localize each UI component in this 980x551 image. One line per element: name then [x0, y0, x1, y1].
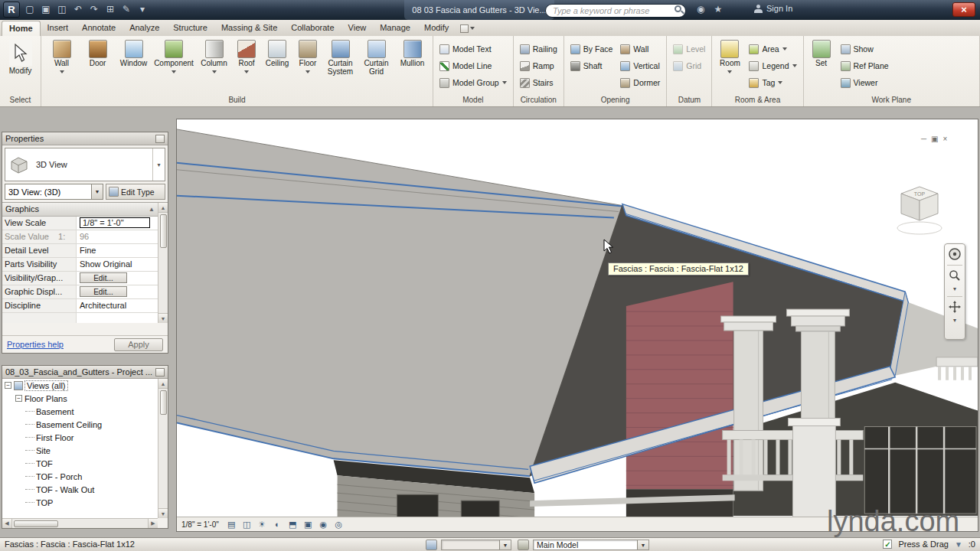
press-drag-checkbox[interactable]: ✓	[883, 540, 892, 549]
railing-button[interactable]: Railing	[516, 41, 561, 57]
tree-node-basement-ceiling[interactable]: Basement Ceiling	[2, 418, 158, 431]
tree-node-tof-porch[interactable]: TOF - Porch	[2, 470, 158, 483]
search-icon[interactable]	[675, 5, 681, 12]
tab-manage[interactable]: Manage	[373, 21, 417, 36]
section-collapse-icon[interactable]: ▲	[149, 203, 155, 216]
detail-level-value[interactable]: Fine	[77, 244, 158, 257]
newel-post[interactable]	[788, 419, 840, 520]
panel-label-circulation[interactable]: Circulation	[514, 95, 564, 106]
show-work-plane-button[interactable]: Show	[837, 41, 893, 57]
scale-button[interactable]: 1/8" = 1'-0"	[181, 520, 219, 529]
tree-node-views[interactable]: − Views (all)	[2, 379, 158, 392]
scroll-up-icon[interactable]: ▲	[158, 379, 168, 389]
graphic-display-edit-button[interactable]: Edit...	[80, 286, 127, 297]
viewer-button[interactable]: Viewer	[837, 74, 893, 91]
modify-button[interactable]: Modify	[2, 37, 38, 94]
apply-button[interactable]: Apply	[114, 338, 163, 351]
room-button[interactable]: Room	[714, 37, 745, 94]
visibility-edit-button[interactable]: Edit...	[80, 272, 127, 283]
favorites-icon[interactable]: ★	[714, 4, 722, 15]
tab-insert[interactable]: Insert	[41, 21, 76, 36]
show-crop-icon[interactable]: ▣	[302, 520, 314, 530]
shaft-button[interactable]: Shaft	[567, 57, 617, 74]
panel-label-room-area[interactable]: Room & Area	[712, 95, 802, 106]
scroll-up-icon[interactable]: ▲	[158, 203, 168, 213]
section-graphics[interactable]: Graphics ▲	[2, 203, 158, 217]
browser-hscrollbar[interactable]: ◀ ▶	[2, 518, 158, 528]
model-line-button[interactable]: Model Line	[436, 57, 511, 74]
floor-button[interactable]: Floor	[293, 37, 322, 94]
mullion-button[interactable]: Mullion	[394, 37, 430, 94]
tree-node-floor-plans[interactable]: − Floor Plans	[2, 392, 158, 405]
ceiling-button[interactable]: Ceiling	[261, 37, 293, 94]
palette-menu-icon[interactable]	[155, 135, 165, 143]
view-selector-combo[interactable]: 3D View: (3D) ▼	[5, 184, 103, 200]
reveal-hidden-icon[interactable]: ◎	[333, 520, 345, 530]
type-selector-dropdown-icon[interactable]: ▾	[152, 148, 165, 181]
drawing-area-3d-view[interactable]: TOP ▾ ▾ ─ ▣ × Fascias : Fascia : Fascia-…	[176, 119, 978, 532]
tab-home[interactable]: Home	[2, 21, 41, 36]
panel-label-model[interactable]: Model	[433, 95, 513, 106]
search-input[interactable]	[545, 4, 686, 18]
model-group-button[interactable]: Model Group	[436, 74, 511, 91]
scrollbar-thumb[interactable]	[160, 390, 167, 415]
tab-structure[interactable]: Structure	[166, 21, 214, 36]
shadows-icon[interactable]: ◐	[272, 520, 283, 529]
scroll-down-icon[interactable]: ▼	[158, 313, 168, 323]
design-options-combo[interactable]: Main Model ▼	[533, 540, 649, 550]
communication-center-icon[interactable]: ◉	[697, 4, 704, 15]
combo-down-icon[interactable]: ▼	[637, 540, 648, 549]
panel-label-opening[interactable]: Opening	[564, 95, 667, 106]
browser-vscrollbar[interactable]: ▲ ▼	[158, 379, 168, 518]
tree-node-top[interactable]: TOP	[2, 496, 158, 509]
zoom-icon[interactable]	[949, 269, 961, 282]
ribbon-state-toggle[interactable]	[460, 21, 475, 36]
properties-header[interactable]: Properties	[2, 132, 168, 145]
palette-menu-icon[interactable]	[155, 368, 165, 377]
area-button[interactable]: Area	[745, 41, 800, 57]
viewcube-top-label[interactable]: TOP	[914, 191, 926, 197]
new-icon[interactable]: ▢	[24, 4, 35, 15]
wall-opening-button[interactable]: Wall	[616, 41, 664, 57]
tree-node-site[interactable]: Site	[2, 444, 158, 457]
tab-analyze[interactable]: Analyze	[122, 21, 166, 36]
combo-down-icon[interactable]: ▼	[499, 540, 511, 549]
worksets-icon[interactable]	[426, 540, 437, 550]
navbar-more-icon[interactable]: ▾	[953, 317, 956, 324]
sun-path-icon[interactable]: ☀	[256, 520, 268, 530]
curtain-grid-button[interactable]: Curtain Grid	[358, 37, 394, 94]
redo-icon[interactable]: ↷	[89, 4, 100, 15]
stairs-button[interactable]: Stairs	[516, 74, 561, 91]
combo-down-icon[interactable]: ▼	[91, 184, 103, 199]
legend-button[interactable]: Legend	[745, 57, 800, 74]
door-button[interactable]: Door	[80, 37, 116, 94]
tab-annotate[interactable]: Annotate	[75, 21, 122, 36]
brick-wall[interactable]	[626, 282, 733, 489]
view-close-icon[interactable]: ×	[943, 135, 948, 143]
roof-button[interactable]: Roof	[232, 37, 261, 94]
parts-visibility-value[interactable]: Show Original	[77, 258, 158, 271]
view-minimize-icon[interactable]: ─	[921, 135, 926, 143]
level-button[interactable]: Level	[669, 41, 709, 57]
tree-node-tof[interactable]: TOF	[2, 457, 158, 470]
tab-modify[interactable]: Modify	[417, 21, 456, 36]
wall-button[interactable]: Wall	[44, 37, 80, 94]
detail-level-icon[interactable]: ▤	[226, 520, 237, 530]
tab-view[interactable]: View	[341, 21, 374, 36]
tree-node-basement[interactable]: Basement	[2, 405, 158, 418]
scrollbar-thumb[interactable]	[14, 520, 58, 527]
sign-in-button[interactable]: Sign In	[754, 4, 792, 13]
vertical-opening-button[interactable]: Vertical	[616, 57, 664, 74]
panel-label-select[interactable]: Select	[0, 95, 41, 106]
scroll-right-icon[interactable]: ▶	[148, 519, 158, 528]
application-menu-button[interactable]: R	[3, 2, 20, 18]
edit-type-button[interactable]: Edit Type	[106, 184, 165, 200]
qat-customize-icon[interactable]: ▾	[137, 4, 148, 15]
view-scale-value[interactable]: 1/8" = 1'-0"	[80, 217, 150, 228]
visual-style-icon[interactable]: ◫	[241, 520, 253, 530]
navigation-bar[interactable]: ▾ ▾	[944, 243, 965, 340]
project-browser-header[interactable]: 08_03_Fascia_and_Gutters - Project ...	[2, 366, 168, 379]
window-button[interactable]: Window	[116, 37, 152, 94]
scroll-down-icon[interactable]: ▼	[158, 508, 168, 518]
far-railing[interactable]	[936, 357, 978, 380]
